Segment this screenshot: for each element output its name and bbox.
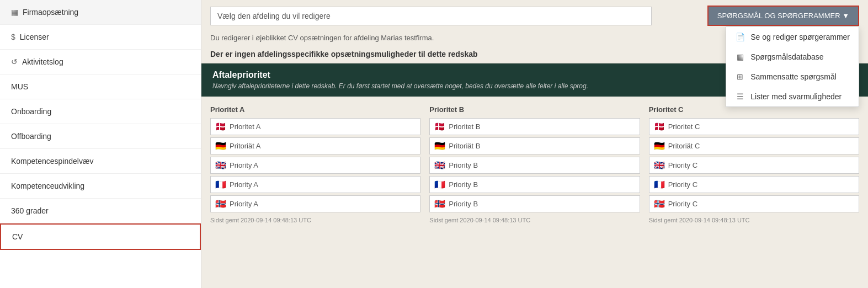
dropdown-item-se-rediger[interactable]: 📄 Se og rediger spørgerammer <box>726 27 859 47</box>
dropdown-item-lister[interactable]: ☰ Lister med svarmuligheder <box>726 87 859 106</box>
database-icon: ▦ <box>735 52 745 61</box>
lang-row-a-de <box>210 137 420 154</box>
flag-no-icon <box>434 199 445 209</box>
sidebar-item-kompetencespindelvaev[interactable]: Kompetencespindelvæv <box>0 149 201 174</box>
sidebar-item-label: Firmaopsætning <box>23 8 78 17</box>
priority-columns: Prioritet A <box>201 97 868 232</box>
document-icon: 📄 <box>735 33 745 41</box>
sidebar: ▦ Firmaopsætning $ Licenser ↺ Aktivitets… <box>0 0 201 288</box>
lang-row-c-fr <box>649 176 859 193</box>
flag-de-icon <box>434 141 445 151</box>
sidebar-item-label: MUS <box>11 82 28 91</box>
input-c-dk[interactable] <box>668 122 854 131</box>
flag-dk-icon <box>654 121 665 132</box>
flag-de-icon <box>215 141 226 151</box>
sporg-button[interactable]: SPØRGSMÅL OG SPØRGERAMMER ▼ <box>707 6 859 26</box>
lang-row-b-dk <box>429 118 640 135</box>
sporg-button-label: SPØRGSMÅL OG SPØRGERAMMER ▼ <box>717 12 849 20</box>
flag-gb-icon <box>654 160 665 170</box>
sidebar-item-cv[interactable]: CV <box>0 223 201 250</box>
col-b-title: Prioritet B <box>429 105 640 114</box>
priority-col-c: Prioritet C <box>645 105 859 223</box>
lang-row-b-gb <box>429 157 640 174</box>
dropdown-item-label: Sammensatte spørgsmål <box>750 72 837 81</box>
firmaopsaetning-icon: ▦ <box>11 8 18 17</box>
input-b-no[interactable] <box>449 200 635 208</box>
input-c-fr[interactable] <box>668 180 854 189</box>
list-icon: ☰ <box>735 92 745 101</box>
lang-row-a-no <box>210 195 420 212</box>
flag-dk-icon <box>434 121 445 132</box>
department-select[interactable]: Vælg den afdeling du vil redigere <box>210 7 652 25</box>
sidebar-item-label: Onboarding <box>11 107 51 116</box>
input-a-fr[interactable] <box>230 180 416 189</box>
flag-fr-icon <box>654 179 665 190</box>
lang-row-c-de <box>649 137 859 154</box>
flag-gb-icon <box>434 160 445 170</box>
dropdown-item-label: Spørgsmålsdatabase <box>750 52 823 61</box>
input-c-de[interactable] <box>668 142 854 150</box>
lang-row-a-dk <box>210 118 420 135</box>
dropdown-item-label: Se og rediger spørgerammer <box>750 33 850 41</box>
dropdown-menu: 📄 Se og rediger spørgerammer ▦ Spørgsmål… <box>726 26 859 107</box>
grid-icon: ⊞ <box>735 72 745 81</box>
flag-no-icon <box>215 199 226 209</box>
input-b-fr[interactable] <box>449 180 635 189</box>
sidebar-item-label: CV <box>12 232 23 241</box>
flag-gb-icon <box>215 160 226 170</box>
aktivitetslog-icon: ↺ <box>11 57 18 66</box>
lang-row-b-fr <box>429 176 640 193</box>
lang-row-c-dk <box>649 118 859 135</box>
sidebar-item-360grader[interactable]: 360 grader <box>0 199 201 223</box>
priority-subtitle: Navngiv aftaleprioriteterne i dette reds… <box>212 82 588 90</box>
input-a-no[interactable] <box>230 200 416 208</box>
select-wrapper: Vælg den afdeling du vil redigere <box>210 7 652 25</box>
flag-de-icon <box>654 141 665 151</box>
sidebar-item-onboarding[interactable]: Onboarding <box>0 99 201 124</box>
input-b-dk[interactable] <box>449 122 635 131</box>
sidebar-item-aktivitetslog[interactable]: ↺ Aktivitetslog <box>0 50 201 74</box>
sidebar-item-licenser[interactable]: $ Licenser <box>0 25 201 50</box>
input-b-gb[interactable] <box>449 161 635 169</box>
lang-row-a-gb <box>210 157 420 174</box>
licenser-icon: $ <box>11 33 15 41</box>
priority-col-b: Prioritet B <box>425 105 644 223</box>
lang-row-c-no <box>649 195 859 212</box>
sidebar-item-label: Kompetenceudvikling <box>11 182 84 190</box>
last-saved-c: Sidst gemt 2020-09-14 09:48:13 UTC <box>649 217 859 223</box>
header-bar: Vælg den afdeling du vil redigere SPØRGS… <box>201 0 868 31</box>
dropdown-item-database[interactable]: ▦ Spørgsmålsdatabase <box>726 47 859 67</box>
dropdown-item-sammensatte[interactable]: ⊞ Sammensatte spørgsmål <box>726 67 859 87</box>
flag-no-icon <box>654 199 665 209</box>
input-c-gb[interactable] <box>668 161 854 169</box>
sidebar-item-offboarding[interactable]: Offboarding <box>0 124 201 149</box>
last-saved-b: Sidst gemt 2020-09-14 09:48:13 UTC <box>429 217 640 223</box>
flag-fr-icon <box>434 179 445 190</box>
col-a-title: Prioritet A <box>210 105 420 114</box>
last-saved-a: Sidst gemt 2020-09-14 09:48:13 UTC <box>210 217 420 223</box>
flag-dk-icon <box>215 121 226 132</box>
sidebar-item-mus[interactable]: MUS <box>0 74 201 99</box>
input-a-dk[interactable] <box>230 122 416 131</box>
input-b-de[interactable] <box>449 142 635 150</box>
sidebar-item-label: Kompetencespindelvæv <box>11 157 93 166</box>
sidebar-item-label: Aktivitetslog <box>22 57 63 66</box>
priority-header-content: Aftaleprioritet Navngiv aftaleprioritete… <box>212 70 588 90</box>
priority-col-a: Prioritet A <box>210 105 425 223</box>
dropdown-item-label: Lister med svarmuligheder <box>750 92 842 101</box>
main-content: Vælg den afdeling du vil redigere SPØRGS… <box>201 0 868 288</box>
input-c-no[interactable] <box>668 200 854 208</box>
priority-title: Aftaleprioritet <box>212 70 588 80</box>
flag-fr-icon <box>215 179 226 190</box>
sidebar-item-label: Licenser <box>20 33 49 41</box>
sidebar-item-label: 360 grader <box>11 206 49 215</box>
lang-row-b-no <box>429 195 640 212</box>
sidebar-item-kompetenceudvikling[interactable]: Kompetenceudvikling <box>0 174 201 199</box>
sidebar-item-label: Offboarding <box>11 132 51 141</box>
sidebar-item-firmaopsaetning[interactable]: ▦ Firmaopsætning <box>0 0 201 25</box>
lang-row-c-gb <box>649 157 859 174</box>
input-a-de[interactable] <box>230 142 416 150</box>
lang-row-b-de <box>429 137 640 154</box>
input-a-gb[interactable] <box>230 161 416 169</box>
lang-row-a-fr <box>210 176 420 193</box>
